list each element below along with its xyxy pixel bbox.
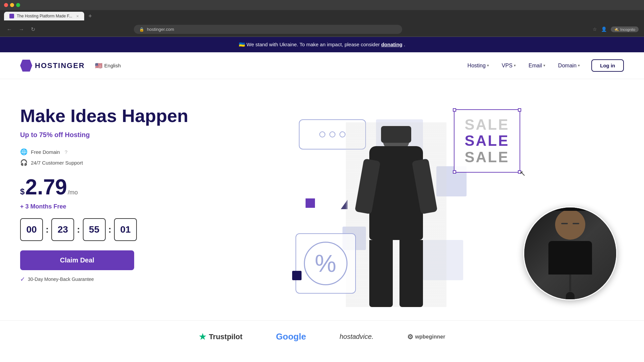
dot-2 <box>329 131 335 137</box>
incognito-badge: 🕵 Incognito <box>611 26 639 32</box>
chevron-down-icon: ▾ <box>578 63 580 68</box>
address-bar-icons: ☆ 👤 🕵 Incognito <box>593 26 639 32</box>
language-label: English <box>104 63 121 68</box>
guarantee-label: 30-Day Money-Back Guarantee <box>28 277 94 282</box>
google-text: Google <box>276 331 306 342</box>
microphone <box>565 291 575 300</box>
racer-bg <box>346 113 446 307</box>
countdown-minutes: 23 <box>51 218 74 241</box>
hero-section: Make Ideas Happen Up to 75% off Hosting … <box>0 79 644 320</box>
close-button[interactable] <box>4 3 8 7</box>
webcam-overlay <box>523 206 617 300</box>
active-tab[interactable]: The Hosting Platform Made F... ✕ <box>4 12 84 20</box>
eye-right <box>573 223 579 224</box>
racer-leg-right <box>399 240 423 307</box>
hero-subtitle: Up to 75% off Hosting <box>20 131 188 139</box>
subtitle-suffix: off Hosting <box>53 131 90 138</box>
feature-support-text: 24/7 Customer Support <box>31 160 83 166</box>
profile-icon[interactable]: 👤 <box>601 26 607 32</box>
login-button[interactable]: Log in <box>591 59 624 72</box>
cursor-icon: ↖ <box>520 169 526 178</box>
dot-3 <box>339 131 345 137</box>
donate-link[interactable]: donating <box>381 42 402 47</box>
racer-leg-left <box>369 240 393 307</box>
feature-domain: 🌐 Free Domain ? <box>20 148 188 156</box>
small-dark-square <box>292 271 302 280</box>
hostadvice-logo: hostadvice. <box>339 333 373 341</box>
racer-image <box>346 113 446 307</box>
back-button[interactable]: ← <box>5 25 13 34</box>
eye-left <box>561 223 568 224</box>
browser-chrome <box>0 0 644 10</box>
hero-title: Make Ideas Happen <box>20 106 188 126</box>
new-tab-button[interactable]: + <box>88 13 92 20</box>
sale-box: SALE SALE SALE ↖ <box>454 109 520 173</box>
nav-domain[interactable]: Domain ▾ <box>553 60 585 71</box>
bookmark-icon[interactable]: ☆ <box>593 26 597 32</box>
price-per: /mo <box>68 189 78 196</box>
tab-bar: The Hosting Platform Made F... ✕ + <box>0 10 644 22</box>
ukraine-flag: 🇺🇦 <box>239 42 245 47</box>
person-container <box>548 206 592 300</box>
subtitle-prefix: Up to <box>20 131 39 138</box>
countdown-seconds: 55 <box>83 218 106 241</box>
countdown-timer: 00 : 23 : 55 : 01 <box>20 218 188 241</box>
minimize-button[interactable] <box>10 3 14 7</box>
forward-button[interactable]: → <box>17 25 25 34</box>
nav-hosting[interactable]: Hosting ▾ <box>462 60 494 71</box>
trustpilot-text: Trustpilot <box>209 333 243 341</box>
incognito-icon: 🕵 <box>614 27 619 32</box>
resize-handle-tl <box>453 108 456 112</box>
person-hat <box>553 206 587 211</box>
trust-bar: ★ Trustpilot Google hostadvice. ⚙ wpbegi… <box>0 320 644 353</box>
wpbeginner-text: wpbeginner <box>415 334 445 340</box>
logo[interactable]: HOSTINGER <box>20 60 85 72</box>
tab-close-icon[interactable]: ✕ <box>76 14 79 18</box>
countdown-hours: 00 <box>20 218 43 241</box>
percent-symbol: % <box>304 242 347 285</box>
trustpilot-logo: ★ Trustpilot <box>199 332 243 342</box>
price-dollar: $ <box>20 187 24 196</box>
info-icon: ? <box>65 149 67 155</box>
racer-helmet <box>381 126 411 143</box>
nav-vps[interactable]: VPS ▾ <box>496 60 521 71</box>
announcement-period: . <box>404 42 405 47</box>
announcement-bar: 🇺🇦 We stand with Ukraine. To make an imp… <box>0 37 644 52</box>
reload-button[interactable]: ↻ <box>30 25 37 34</box>
racer-figure <box>359 126 433 307</box>
logo-icon <box>20 60 32 72</box>
chevron-down-icon: ▾ <box>543 63 545 68</box>
tab-favicon <box>9 14 14 18</box>
language-selector[interactable]: 🇺🇸 English <box>95 62 121 69</box>
guarantee-text: ✓ 30-Day Money-Back Guarantee <box>20 276 188 283</box>
shield-icon: ✓ <box>20 276 25 283</box>
vps-label: VPS <box>502 63 513 69</box>
claim-deal-button[interactable]: Claim Deal <box>20 250 134 270</box>
feature-support: 🎧 24/7 Customer Support <box>20 159 188 166</box>
feature-domain-text: Free Domain <box>31 149 60 155</box>
url-bar[interactable]: 🔒 hostinger.com <box>134 25 402 34</box>
price-section: $ 2.79 /mo <box>20 176 188 198</box>
sale-text-1: SALE <box>465 117 509 133</box>
time-separator-2: : <box>77 224 80 235</box>
hosting-label: Hosting <box>468 63 486 69</box>
url-text: hostinger.com <box>147 27 174 32</box>
person-head <box>555 209 585 240</box>
address-bar: ← → ↻ 🔒 hostinger.com ☆ 👤 🕵 Incognito <box>0 22 644 37</box>
maximize-button[interactable] <box>16 3 20 7</box>
resize-handle-bl <box>453 170 456 174</box>
headset-icon: 🎧 <box>20 159 28 166</box>
price-amount: 2.79 <box>25 176 67 198</box>
lock-icon: 🔒 <box>139 27 144 32</box>
hero-visual: % SALE SALE SALE ↖ <box>188 99 624 307</box>
header: HOSTINGER 🇺🇸 English Hosting ▾ VPS ▾ Ema… <box>0 52 644 79</box>
tab-title: The Hosting Platform Made F... <box>17 14 72 18</box>
hero-content: Make Ideas Happen Up to 75% off Hosting … <box>20 99 188 307</box>
time-separator-1: : <box>46 224 49 235</box>
resize-handle-tr <box>518 108 521 112</box>
logo-text: HOSTINGER <box>35 61 85 70</box>
visual-container: % SALE SALE SALE ↖ <box>289 99 524 307</box>
hostadvice-text: hostadvice. <box>339 333 373 341</box>
traffic-lights <box>4 3 20 7</box>
nav-email[interactable]: Email ▾ <box>523 60 551 71</box>
